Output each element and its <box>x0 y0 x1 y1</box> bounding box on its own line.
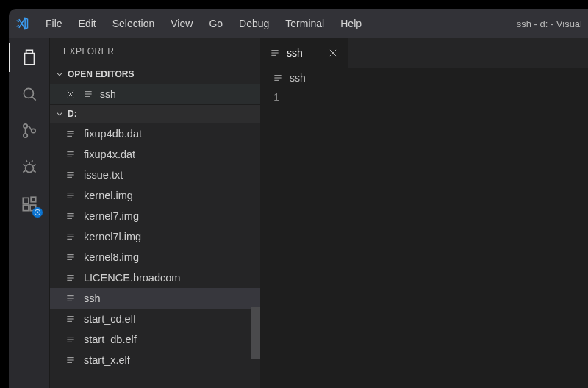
file-row[interactable]: kernel.img <box>50 185 260 206</box>
line-number: 1 <box>260 88 288 388</box>
file-icon <box>65 169 76 181</box>
file-row[interactable]: kernel8.img <box>50 247 260 267</box>
file-name: fixup4db.dat <box>84 128 142 140</box>
explorer-panel: EXPLORER OPEN EDITORS ssh D: fixup4db.da… <box>50 38 260 388</box>
breadcrumb-item: ssh <box>290 72 306 84</box>
file-icon <box>65 190 76 201</box>
file-name: start_db.elf <box>84 334 137 345</box>
open-editors-header[interactable]: OPEN EDITORS <box>50 65 260 84</box>
file-icon <box>272 72 284 84</box>
svg-rect-5 <box>23 198 29 204</box>
file-name: issue.txt <box>84 169 123 181</box>
svg-point-1 <box>23 124 26 128</box>
file-row[interactable]: kernel7.img <box>50 206 260 226</box>
file-icon <box>65 251 76 263</box>
file-row[interactable]: fixup4db.dat <box>50 123 260 144</box>
vscode-window: File Edit Selection View Go Debug Termin… <box>9 9 588 388</box>
editor-group: ssh ssh 1 <box>260 38 588 388</box>
file-name: start_cd.elf <box>84 313 136 325</box>
close-icon[interactable] <box>65 88 76 100</box>
file-row[interactable]: start_cd.elf <box>50 309 260 329</box>
file-icon <box>65 313 76 325</box>
activity-search[interactable] <box>18 82 41 106</box>
file-icon <box>65 334 76 345</box>
breadcrumbs[interactable]: ssh <box>260 68 588 88</box>
file-name: kernel7l.img <box>84 231 141 242</box>
file-row[interactable]: kernel7l.img <box>50 226 260 247</box>
file-icon <box>65 231 76 242</box>
file-name: kernel8.img <box>84 251 139 263</box>
file-row[interactable]: fixup4x.dat <box>50 144 260 165</box>
file-name: fixup4x.dat <box>84 148 135 160</box>
svg-point-2 <box>23 134 26 137</box>
explorer-title: EXPLORER <box>50 38 260 65</box>
file-row[interactable]: start_x.elf <box>50 350 260 370</box>
menu-terminal[interactable]: Terminal <box>278 15 331 32</box>
file-name: kernel7.img <box>84 210 139 222</box>
svg-point-4 <box>25 165 33 173</box>
open-editor-item[interactable]: ssh <box>50 84 260 104</box>
file-row[interactable]: LICENCE.broadcom <box>50 267 260 288</box>
close-icon[interactable] <box>326 46 340 60</box>
file-row[interactable]: ssh <box>50 288 260 309</box>
tab-bar: ssh <box>260 38 588 68</box>
file-name: ssh <box>84 292 101 304</box>
activity-explorer[interactable] <box>18 46 41 69</box>
activity-debug[interactable] <box>18 156 41 179</box>
svg-rect-6 <box>23 205 29 211</box>
window-title: ssh - d: - Visual <box>517 18 582 29</box>
open-editors-label: OPEN EDITORS <box>68 69 134 79</box>
tab-label: ssh <box>287 47 303 59</box>
menu-edit[interactable]: Edit <box>71 15 104 32</box>
file-icon <box>65 272 76 284</box>
open-editor-name: ssh <box>100 88 116 100</box>
file-icon <box>65 148 76 160</box>
editor-body[interactable]: 1 <box>260 88 588 388</box>
file-icon <box>82 88 94 100</box>
workbench: EXPLORER OPEN EDITORS ssh D: fixup4db.da… <box>9 38 588 388</box>
file-icon <box>65 292 76 304</box>
workspace-header[interactable]: D: <box>50 104 260 123</box>
chevron-down-icon <box>54 109 65 119</box>
scrollbar-thumb[interactable] <box>251 307 260 359</box>
vscode-logo-icon <box>15 16 29 31</box>
svg-point-3 <box>31 129 35 132</box>
file-icon <box>65 128 76 140</box>
file-row[interactable]: start_db.elf <box>50 329 260 350</box>
file-icon <box>65 354 76 366</box>
menu-selection[interactable]: Selection <box>105 15 162 32</box>
menu-view[interactable]: View <box>163 15 200 32</box>
svg-point-0 <box>24 88 33 98</box>
tab-ssh[interactable]: ssh <box>260 38 348 68</box>
file-row[interactable]: issue.txt <box>50 165 260 185</box>
workspace-label: D: <box>68 109 77 119</box>
editor-content[interactable] <box>288 88 588 388</box>
menu-debug[interactable]: Debug <box>232 15 276 32</box>
file-name: start_x.elf <box>84 354 130 366</box>
clock-badge-icon <box>32 207 43 218</box>
svg-rect-8 <box>31 197 35 202</box>
activity-extensions[interactable] <box>18 193 41 216</box>
titlebar: File Edit Selection View Go Debug Termin… <box>9 9 588 38</box>
activity-bar <box>9 38 50 388</box>
file-list: fixup4db.datfixup4x.datissue.txtkernel.i… <box>50 123 260 388</box>
menu-help[interactable]: Help <box>333 15 369 32</box>
file-icon <box>269 47 281 59</box>
menu-go[interactable]: Go <box>201 15 230 32</box>
file-icon <box>65 210 76 222</box>
file-name: kernel.img <box>84 190 133 201</box>
menubar: File Edit Selection View Go Debug Termin… <box>38 15 369 32</box>
activity-source-control[interactable] <box>18 119 41 143</box>
chevron-down-icon <box>54 69 65 79</box>
file-name: LICENCE.broadcom <box>84 272 180 284</box>
menu-file[interactable]: File <box>38 15 70 32</box>
